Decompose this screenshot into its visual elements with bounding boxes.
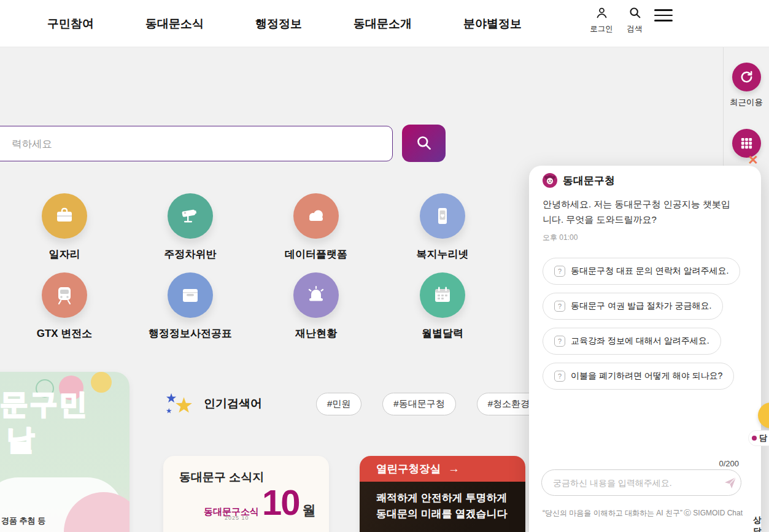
newsletter-title: 동대문구 소식지 xyxy=(179,469,264,485)
banner-headline-1: 문구민 xyxy=(0,385,88,423)
mayor-card-title: 열린구청장실 xyxy=(376,461,441,476)
mayor-card-header: 열린구청장실 → xyxy=(360,456,525,482)
question-doc-icon: ? xyxy=(554,336,565,347)
event-banner[interactable]: 문구민 날 경품 추첨 등 xyxy=(0,372,129,532)
service-gtx-substation[interactable]: GTX 변전소 xyxy=(15,272,114,341)
newsletter-date: 2025 10 xyxy=(225,515,249,521)
service-monthly-calendar[interactable]: 월별달력 xyxy=(393,272,492,341)
menu-icon[interactable] xyxy=(654,8,673,23)
chatbot-avatar xyxy=(543,173,557,188)
search-icon xyxy=(628,6,641,21)
user-icon xyxy=(595,6,608,21)
nav-item-admin-info[interactable]: 행정정보 xyxy=(255,16,302,32)
suggestion-waste-disposal[interactable]: ? 이불을 폐기하려면 어떻게 해야 되나요? xyxy=(543,363,734,390)
cloud-icon xyxy=(293,193,339,239)
nav-item-field-info[interactable]: 분야별정보 xyxy=(463,16,522,32)
service-label: 데이터플랫폼 xyxy=(267,247,365,261)
service-admin-disclosure[interactable]: 행정정보사전공표 xyxy=(141,272,239,341)
banner-caption: 경품 추첨 등 xyxy=(1,515,45,526)
suggestion-passport[interactable]: ? 동대문구 여권 발급 절차가 궁금해요. xyxy=(543,293,723,320)
header-search-label: 검색 xyxy=(627,24,643,34)
suggestion-contact[interactable]: ? 동대문구청 대표 문의 연락처 알려주세요. xyxy=(543,258,740,285)
mayor-office-card[interactable]: 열린구청장실 → 쾌적하게 안전하게 투명하게 동대문의 미래를 열겠습니다 xyxy=(360,456,525,532)
search-icon xyxy=(415,134,432,153)
floating-consult-fragment[interactable]: 담 xyxy=(748,430,769,446)
floating-consult-label: 담 xyxy=(759,433,767,444)
send-icon[interactable] xyxy=(723,476,738,490)
question-doc-icon: ? xyxy=(554,371,565,382)
newsletter-cover: 동대문구소식 10 월 xyxy=(204,485,316,520)
mayor-slogan-2: 동대문의 미래를 열겠습니다 xyxy=(376,506,525,522)
service-label: 일자리 xyxy=(15,247,114,261)
service-jobs[interactable]: 일자리 xyxy=(15,193,114,261)
service-label: 주정차위반 xyxy=(141,247,239,261)
service-label: 행정정보사전공표 xyxy=(141,326,239,341)
siren-icon xyxy=(293,272,339,318)
service-data-platform[interactable]: 데이터플랫폼 xyxy=(267,193,365,261)
calendar-icon xyxy=(420,272,465,318)
briefcase-icon xyxy=(42,193,87,239)
service-parking-violation[interactable]: 주정차위반 xyxy=(141,193,239,261)
dot-icon xyxy=(752,436,757,441)
chatbot-timestamp: 오후 01:00 xyxy=(543,233,748,243)
mayor-slogan-1: 쾌적하게 안전하게 투명하게 xyxy=(376,490,525,506)
tag-minwon[interactable]: #민원 xyxy=(316,393,361,415)
chatbot-panel: 동대문구청 안녕하세요. 저는 동대문구청 인공지능 챗봇입니다. 무엇을 도와… xyxy=(529,166,761,532)
suggestion-education[interactable]: ? 교육강좌 정보에 대해서 알려주세요. xyxy=(543,328,721,355)
newsletter-issue-unit: 월 xyxy=(303,501,316,520)
newsletter-card[interactable]: 동대문구 소식지 동대문구소식 10 월 2025 10 xyxy=(163,456,329,532)
chatbot-close-icon[interactable]: ✕ xyxy=(745,152,761,168)
recent-services-button[interactable]: 최근이용 xyxy=(732,63,761,108)
chatbot-footer-quote: “당신의 마음을 이해하고 대화하는 AI 친구” xyxy=(543,508,682,519)
nav-item-news[interactable]: 동대문소식 xyxy=(145,16,204,32)
stars-icon xyxy=(163,391,198,416)
question-doc-icon: ? xyxy=(554,266,565,277)
login-label: 로그인 xyxy=(590,24,613,34)
chatbot-message-input[interactable] xyxy=(541,469,741,496)
suggestion-label: 이불을 폐기하려면 어떻게 해야 되나요? xyxy=(571,371,722,382)
suggestion-label: 교육강좌 정보에 대해서 알려주세요. xyxy=(571,336,709,347)
newsletter-issue-number: 10 xyxy=(262,485,299,519)
main-search-button[interactable] xyxy=(402,125,446,162)
balloon-yellow xyxy=(91,372,112,393)
chatbot-footer-brand: ⓒ SIGMOID Chat xyxy=(684,508,743,519)
chatbot-suggestions: ? 동대문구청 대표 문의 연락처 알려주세요. ? 동대문구 여권 발급 절차… xyxy=(543,258,748,390)
service-label: 월별달력 xyxy=(393,326,492,341)
main-search-input[interactable] xyxy=(0,126,393,161)
question-doc-icon: ? xyxy=(554,301,565,312)
archive-icon xyxy=(168,272,213,318)
header-utilities: 로그인 검색 xyxy=(588,6,673,34)
char-counter: 0/200 xyxy=(719,459,739,468)
chatbot-footer: “당신의 마음을 이해하고 대화하는 AI 친구” ⓒ SIGMOID Chat xyxy=(543,508,743,519)
recent-services-label: 최근이용 xyxy=(727,97,766,108)
mayor-card-body: 쾌적하게 안전하게 투명하게 동대문의 미래를 열겠습니다 xyxy=(360,482,525,532)
service-disaster-status[interactable]: 재난현황 xyxy=(267,272,365,341)
refresh-icon xyxy=(732,63,761,91)
suggestion-label: 동대문구 여권 발급 절차가 궁금해요. xyxy=(571,301,711,312)
banner-headline-2: 날 xyxy=(6,421,36,459)
arrow-right-icon: → xyxy=(448,462,460,476)
phone-heart-icon xyxy=(420,193,465,239)
chatbot-header: 동대문구청 xyxy=(543,173,748,188)
nav-item-citizen-participation[interactable]: 구민참여 xyxy=(47,16,94,32)
tag-dongdaemun-office[interactable]: #동대문구청 xyxy=(382,393,455,415)
nav-item-intro[interactable]: 동대문소개 xyxy=(354,16,412,32)
popular-search-title: 인기검색어 xyxy=(204,396,262,412)
chatbot-title: 동대문구청 xyxy=(563,174,615,188)
consult-label-fragment[interactable]: 상담 xyxy=(753,515,769,532)
cctv-icon xyxy=(168,193,213,239)
service-welfare-net[interactable]: 복지누리넷 xyxy=(393,193,492,261)
service-label: GTX 변전소 xyxy=(15,326,114,341)
suggestion-label: 동대문구청 대표 문의 연락처 알려주세요. xyxy=(571,266,728,277)
chatbot-greeting: 안녕하세요. 저는 동대문구청 인공지능 챗봇입니다. 무엇을 도와드릴까요? xyxy=(543,196,738,227)
train-icon xyxy=(42,272,87,318)
service-label: 재난현황 xyxy=(267,326,365,341)
page: 구민참여 동대문소식 행정정보 동대문소개 분야별정보 로그인 검색 xyxy=(0,0,769,532)
header-search-button[interactable]: 검색 xyxy=(621,6,648,34)
login-button[interactable]: 로그인 xyxy=(588,6,615,34)
service-label: 복지누리넷 xyxy=(393,247,492,261)
